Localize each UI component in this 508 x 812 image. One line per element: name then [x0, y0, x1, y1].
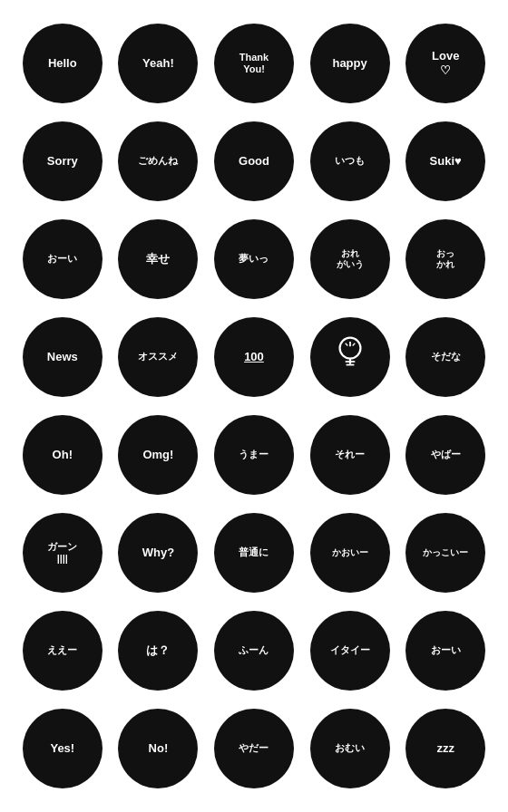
sticker-text: いつも	[335, 155, 365, 167]
sticker-text: News	[47, 350, 78, 364]
sticker-text: Suki♥	[430, 154, 462, 169]
sticker-text: Oh!	[53, 448, 73, 462]
sticker-text: ふーん	[239, 644, 269, 656]
sticker-text: happy	[332, 56, 366, 71]
sticker-grid: HelloYeah!Thank You!happyLove ♡Sorryごめんね…	[9, 9, 499, 803]
sticker-item[interactable]: おれ がいう	[304, 212, 396, 306]
sticker-item[interactable]: Suki♥	[399, 114, 492, 208]
sticker-item[interactable]: 夢いっ	[208, 212, 300, 306]
sticker-item[interactable]: やだー	[208, 701, 300, 796]
sticker-text: 幸せ	[146, 252, 170, 266]
sticker-text: それー	[335, 449, 365, 460]
sticker-text: ごめんね	[138, 155, 178, 167]
sticker-text: 夢いっ	[239, 253, 269, 265]
sticker-text: Love ♡	[432, 49, 459, 77]
sticker-text: 100	[244, 350, 264, 364]
sticker-item[interactable]: 普通に	[208, 506, 300, 600]
sticker-item[interactable]: うまー	[208, 408, 300, 502]
sticker-item[interactable]: Yes!	[16, 701, 109, 796]
sticker-text: Thank You!	[239, 52, 269, 75]
sticker-item[interactable]: ガーン ||||	[16, 506, 109, 600]
sticker-text: Omg!	[142, 448, 173, 462]
sticker-item[interactable]: ええー	[16, 604, 109, 698]
sticker-item[interactable]: そだな	[399, 310, 492, 404]
sticker-text: かおいー	[332, 547, 368, 558]
sticker-text: おっ かれ	[436, 248, 454, 270]
sticker-text: うまー	[239, 449, 269, 460]
sticker-item[interactable]: 幸せ	[112, 212, 205, 306]
sticker-item[interactable]: ふーん	[208, 604, 300, 698]
sticker-item[interactable]: Thank You!	[208, 16, 300, 111]
sticker-text: そだな	[431, 351, 461, 362]
sticker-item[interactable]: zzz	[399, 701, 492, 796]
sticker-item[interactable]: かっこいー	[399, 506, 492, 600]
sticker-item[interactable]: かおいー	[304, 506, 396, 600]
bulb-icon	[334, 335, 366, 379]
sticker-item[interactable]: Love ♡	[399, 16, 492, 111]
svg-line-5	[345, 343, 347, 346]
svg-line-6	[352, 343, 355, 346]
sticker-text: は？	[146, 643, 170, 658]
sticker-item[interactable]: Omg!	[112, 408, 205, 502]
sticker-item[interactable]: は？	[112, 604, 205, 698]
sticker-text: Yeah!	[142, 56, 174, 71]
sticker-item[interactable]: オススメ	[112, 310, 205, 404]
sticker-item[interactable]: おっ かれ	[399, 212, 492, 306]
sticker-text: おーい	[431, 644, 461, 656]
sticker-item[interactable]	[304, 310, 396, 404]
sticker-text: Why?	[142, 546, 174, 560]
sticker-item[interactable]: おーい	[399, 604, 492, 698]
sticker-text: Yes!	[50, 741, 74, 756]
sticker-item[interactable]: happy	[304, 16, 396, 111]
sticker-text: おれ がいう	[337, 248, 364, 270]
sticker-item[interactable]: いつも	[304, 114, 396, 208]
sticker-text: ガーン ||||	[47, 541, 77, 565]
sticker-item[interactable]: Hello	[16, 16, 109, 111]
sticker-text: Sorry	[47, 154, 78, 169]
sticker-item[interactable]: 100	[208, 310, 300, 404]
sticker-text: Good	[239, 154, 269, 169]
sticker-text: zzz	[436, 741, 454, 756]
sticker-text: Hello	[48, 56, 77, 71]
sticker-item[interactable]: No!	[112, 701, 205, 796]
sticker-item[interactable]: Yeah!	[112, 16, 205, 111]
sticker-item[interactable]: Why?	[112, 506, 205, 600]
sticker-item[interactable]: おむい	[304, 701, 396, 796]
sticker-text: ええー	[47, 644, 77, 656]
sticker-item[interactable]: Sorry	[16, 114, 109, 208]
sticker-item[interactable]: News	[16, 310, 109, 404]
sticker-item[interactable]: Good	[208, 114, 300, 208]
sticker-text: No!	[149, 741, 169, 756]
sticker-item[interactable]: ごめんね	[112, 114, 205, 208]
sticker-text: やだー	[239, 742, 269, 754]
sticker-text: イタイー	[330, 644, 370, 656]
sticker-text: やばー	[431, 449, 461, 460]
sticker-text: おむい	[335, 742, 365, 754]
svg-point-0	[339, 338, 360, 359]
sticker-item[interactable]: それー	[304, 408, 396, 502]
sticker-item[interactable]: Oh!	[16, 408, 109, 502]
sticker-text: かっこいー	[423, 547, 468, 558]
sticker-item[interactable]: おーい	[16, 212, 109, 306]
sticker-text: オススメ	[138, 351, 178, 362]
sticker-item[interactable]: イタイー	[304, 604, 396, 698]
sticker-item[interactable]: やばー	[399, 408, 492, 502]
sticker-text: 普通に	[239, 546, 269, 558]
sticker-text: おーい	[47, 253, 77, 265]
